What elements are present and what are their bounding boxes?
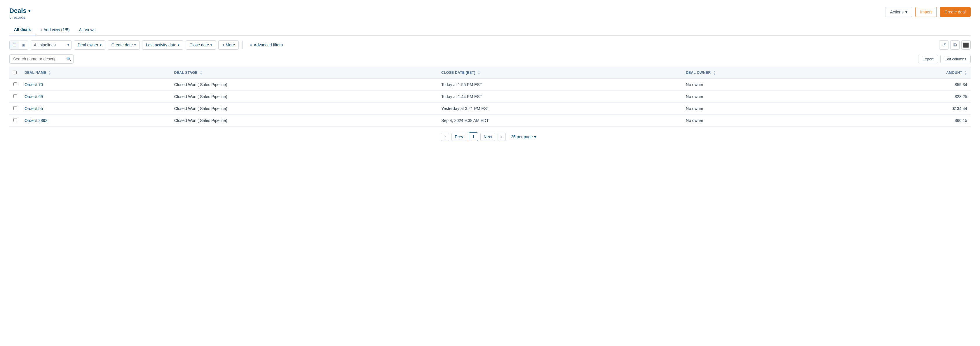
create-date-label: Create date bbox=[111, 43, 133, 47]
header: Deals ▾ 5 records Actions ▾ Import Creat… bbox=[10, 7, 970, 19]
page-title[interactable]: Deals ▾ bbox=[10, 7, 30, 14]
per-page-label: 25 per page bbox=[511, 135, 533, 139]
next-button[interactable]: Next bbox=[480, 133, 495, 141]
col-header-amount[interactable]: AMOUNT ▲ ▼ bbox=[846, 67, 970, 79]
list-view-icon: ☰ bbox=[13, 43, 16, 47]
col-header-deal-owner[interactable]: DEAL OWNER ▲ ▼ bbox=[682, 67, 846, 79]
pipeline-wrapper: All pipelines bbox=[31, 40, 72, 49]
filter-bar: ☰ ⊞ All pipelines Deal owner ▾ Create da… bbox=[10, 40, 970, 49]
prev-button[interactable]: Prev bbox=[452, 133, 466, 141]
deal-owner-filter[interactable]: Deal owner ▾ bbox=[74, 40, 105, 49]
edit-columns-button[interactable]: Edit columns bbox=[940, 55, 970, 63]
deal-name-link-1[interactable]: Order#:69 bbox=[24, 94, 43, 99]
last-activity-arrow-icon: ▾ bbox=[178, 43, 180, 47]
current-page[interactable]: 1 bbox=[469, 132, 478, 141]
cell-deal-owner-1: No owner bbox=[682, 91, 846, 103]
list-view-button[interactable]: ☰ bbox=[10, 41, 19, 49]
next-arrow-button[interactable]: › bbox=[498, 133, 506, 141]
sort-icon-close-date: ▲ ▼ bbox=[478, 70, 480, 76]
copy-button[interactable]: ⧉ bbox=[950, 40, 959, 49]
row-checkbox-cell bbox=[10, 103, 21, 115]
tab-add-view[interactable]: + Add view (1/5) bbox=[36, 24, 75, 35]
deal-name-link-3[interactable]: Order#:2892 bbox=[24, 118, 48, 123]
record-count: 5 records bbox=[10, 15, 30, 19]
table-row: Order#:70 Closed Won ( Sales Pipeline) T… bbox=[10, 79, 970, 91]
sort-icon-deal-stage: ▲ ▼ bbox=[200, 70, 202, 76]
create-deal-label: Create deal bbox=[945, 10, 966, 14]
all-deals-tab-label: All deals bbox=[14, 27, 31, 32]
header-right: Actions ▾ Import Create deal bbox=[885, 7, 970, 17]
select-all-checkbox[interactable] bbox=[13, 71, 17, 75]
col-label-close-date: CLOSE DATE (EST) bbox=[441, 71, 476, 75]
search-export-row: 🔍 Export Edit columns bbox=[10, 54, 970, 63]
tab-all-deals[interactable]: All deals bbox=[10, 24, 36, 35]
title-chevron-icon: ▾ bbox=[28, 8, 30, 13]
page-wrapper: Deals ▾ 5 records Actions ▾ Import Creat… bbox=[0, 0, 980, 346]
save-view-button[interactable]: ⬛ bbox=[961, 40, 970, 49]
cell-deal-name-0: Order#:70 bbox=[21, 79, 171, 91]
grid-view-button[interactable]: ⊞ bbox=[19, 41, 28, 49]
row-checkbox-2[interactable] bbox=[13, 106, 17, 110]
sort-icon-amount: ▲ ▼ bbox=[964, 70, 967, 76]
edit-columns-label: Edit columns bbox=[945, 57, 966, 61]
export-button[interactable]: Export bbox=[918, 55, 938, 63]
deal-owner-label: Deal owner bbox=[78, 43, 99, 47]
import-button[interactable]: Import bbox=[915, 7, 937, 17]
export-label: Export bbox=[923, 57, 934, 61]
cell-deal-owner-2: No owner bbox=[682, 103, 846, 115]
col-header-close-date[interactable]: CLOSE DATE (EST) ▲ ▼ bbox=[438, 67, 682, 79]
pipeline-select[interactable]: All pipelines bbox=[31, 40, 72, 49]
prev-label: Prev bbox=[455, 135, 463, 139]
tab-all-views[interactable]: All Views bbox=[74, 24, 100, 35]
deal-name-link-0[interactable]: Order#:70 bbox=[24, 82, 43, 87]
col-label-amount: AMOUNT bbox=[946, 71, 962, 75]
actions-chevron-icon: ▾ bbox=[905, 10, 907, 14]
row-checkbox-1[interactable] bbox=[13, 94, 17, 98]
more-filters-button[interactable]: + More bbox=[218, 40, 239, 49]
row-checkbox-3[interactable] bbox=[13, 118, 17, 122]
actions-label: Actions bbox=[890, 10, 904, 14]
sort-down-icon: ▼ bbox=[713, 73, 716, 76]
create-date-filter[interactable]: Create date ▾ bbox=[108, 40, 140, 49]
row-checkbox-cell bbox=[10, 115, 21, 127]
sort-icon-deal-owner: ▲ ▼ bbox=[713, 70, 716, 76]
row-checkbox-0[interactable] bbox=[13, 82, 17, 86]
table-row: Order#:69 Closed Won ( Sales Pipeline) T… bbox=[10, 91, 970, 103]
deal-owner-arrow-icon: ▾ bbox=[100, 43, 102, 47]
col-label-deal-owner: DEAL OWNER bbox=[686, 71, 711, 75]
last-activity-filter[interactable]: Last activity date ▾ bbox=[142, 40, 183, 49]
search-input[interactable] bbox=[10, 54, 73, 63]
cell-close-date-0: Today at 1:55 PM EST bbox=[438, 79, 682, 91]
sort-down-icon: ▼ bbox=[200, 73, 202, 76]
table-header: DEAL NAME ▲ ▼ DEAL STAGE ▲ ▼ CLOSE DATE … bbox=[10, 67, 970, 79]
next-label: Next bbox=[484, 135, 492, 139]
actions-button[interactable]: Actions ▾ bbox=[885, 7, 912, 17]
create-deal-button[interactable]: Create deal bbox=[940, 7, 970, 17]
sort-down-icon: ▼ bbox=[964, 73, 967, 76]
cell-deal-stage-2: Closed Won ( Sales Pipeline) bbox=[171, 103, 438, 115]
search-icon: 🔍 bbox=[66, 57, 71, 61]
per-page-chevron-icon: ▾ bbox=[534, 135, 536, 139]
close-date-filter[interactable]: Close date ▾ bbox=[186, 40, 216, 49]
add-view-label: + Add view (1/5) bbox=[40, 27, 70, 32]
col-header-deal-name[interactable]: DEAL NAME ▲ ▼ bbox=[21, 67, 171, 79]
prev-arrow-button[interactable]: ‹ bbox=[441, 133, 449, 141]
last-activity-label: Last activity date bbox=[146, 43, 176, 47]
undo-button[interactable]: ↺ bbox=[939, 40, 948, 49]
next-arrow-icon: › bbox=[501, 135, 502, 139]
cell-amount-0: $55.34 bbox=[846, 79, 970, 91]
header-checkbox-cell bbox=[10, 67, 21, 79]
cell-amount-1: $28.25 bbox=[846, 91, 970, 103]
search-icon-button[interactable]: 🔍 bbox=[66, 57, 71, 61]
cell-deal-stage-3: Closed Won ( Sales Pipeline) bbox=[171, 115, 438, 127]
col-header-deal-stage[interactable]: DEAL STAGE ▲ ▼ bbox=[171, 67, 438, 79]
cell-close-date-2: Yesterday at 3:21 PM EST bbox=[438, 103, 682, 115]
advanced-filters-button[interactable]: ≡ Advanced filters bbox=[246, 41, 286, 49]
prev-arrow-icon: ‹ bbox=[444, 135, 445, 139]
view-toggle: ☰ ⊞ bbox=[10, 41, 28, 49]
deal-name-link-2[interactable]: Order#:55 bbox=[24, 106, 43, 111]
close-date-label: Close date bbox=[189, 43, 209, 47]
deals-table: DEAL NAME ▲ ▼ DEAL STAGE ▲ ▼ CLOSE DATE … bbox=[10, 67, 970, 127]
per-page-button[interactable]: 25 per page ▾ bbox=[508, 133, 539, 141]
advanced-filters-label: Advanced filters bbox=[254, 43, 283, 47]
